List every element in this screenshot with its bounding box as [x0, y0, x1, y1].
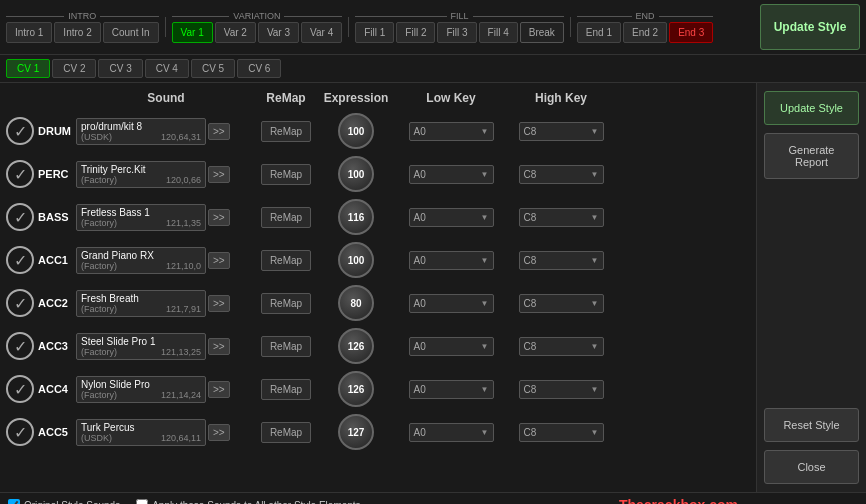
apply-sounds-label[interactable]: Apply these Sounds to All other Style El… — [136, 499, 360, 504]
expr-knob-4[interactable]: 80 — [338, 285, 374, 321]
end3-btn[interactable]: End 3 — [669, 22, 713, 43]
cv3-tab[interactable]: CV 3 — [98, 59, 142, 78]
remap-btn-6[interactable]: ReMap — [261, 379, 311, 400]
sound-box-2[interactable]: Fretless Bass 1(Factory)121,1,35 — [76, 204, 206, 231]
expr-col-1: 100 — [316, 156, 396, 192]
checkmark-perc[interactable]: ✓ — [6, 160, 34, 188]
checkmark-acc3[interactable]: ✓ — [6, 332, 34, 360]
checkmark-acc5[interactable]: ✓ — [6, 418, 34, 446]
sound-arrow-0[interactable]: >> — [208, 123, 230, 140]
cv5-tab[interactable]: CV 5 — [191, 59, 235, 78]
remap-btn-4[interactable]: ReMap — [261, 293, 311, 314]
intro1-btn[interactable]: Intro 1 — [6, 22, 52, 43]
lowkey-select-4[interactable]: A0▼ — [409, 294, 494, 313]
checkmark-acc2[interactable]: ✓ — [6, 289, 34, 317]
sound-arrow-4[interactable]: >> — [208, 295, 230, 312]
top-nav: INTRO Intro 1 Intro 2 Count In VARIATION… — [0, 0, 866, 55]
highkey-select-0[interactable]: C8▼ — [519, 122, 604, 141]
checkmark-bass[interactable]: ✓ — [6, 203, 34, 231]
var2-btn[interactable]: Var 2 — [215, 22, 256, 43]
countin-btn[interactable]: Count In — [103, 22, 159, 43]
var4-btn[interactable]: Var 4 — [301, 22, 342, 43]
expr-knob-6[interactable]: 126 — [338, 371, 374, 407]
remap-col-1: ReMap — [256, 164, 316, 185]
end1-btn[interactable]: End 1 — [577, 22, 621, 43]
sound-box-4[interactable]: Fresh Breath(Factory)121,7,91 — [76, 290, 206, 317]
highkey-col-4: C8▼ — [506, 294, 616, 313]
sound-box-1[interactable]: Trinity Perc.Kit(Factory)120,0,66 — [76, 161, 206, 188]
cv6-tab[interactable]: CV 6 — [237, 59, 281, 78]
lowkey-select-2[interactable]: A0▼ — [409, 208, 494, 227]
expression-header: Expression — [316, 91, 396, 105]
expr-knob-5[interactable]: 126 — [338, 328, 374, 364]
lowkey-select-5[interactable]: A0▼ — [409, 337, 494, 356]
apply-sounds-checkbox[interactable] — [136, 499, 148, 504]
end2-btn[interactable]: End 2 — [623, 22, 667, 43]
checkmark-drum[interactable]: ✓ — [6, 117, 34, 145]
lowkey-select-3[interactable]: A0▼ — [409, 251, 494, 270]
fill4-btn[interactable]: Fill 4 — [479, 22, 518, 43]
remap-col-7: ReMap — [256, 422, 316, 443]
lowkey-select-0[interactable]: A0▼ — [409, 122, 494, 141]
remap-btn-5[interactable]: ReMap — [261, 336, 311, 357]
remap-btn-1[interactable]: ReMap — [261, 164, 311, 185]
var1-btn[interactable]: Var 1 — [172, 22, 213, 43]
sound-box-7[interactable]: Turk Percus(USDK)120,64,11 — [76, 419, 206, 446]
intro2-btn[interactable]: Intro 2 — [54, 22, 100, 43]
sound-arrow-3[interactable]: >> — [208, 252, 230, 269]
break-btn[interactable]: Break — [520, 22, 564, 43]
reset-style-btn[interactable]: Reset Style — [764, 408, 859, 442]
sound-numbers-4: 121,7,91 — [166, 304, 201, 314]
apply-sounds-text: Apply these Sounds to All other Style El… — [152, 500, 360, 505]
remap-btn-7[interactable]: ReMap — [261, 422, 311, 443]
sound-arrow-2[interactable]: >> — [208, 209, 230, 226]
fill2-btn[interactable]: Fill 2 — [396, 22, 435, 43]
expr-knob-3[interactable]: 100 — [338, 242, 374, 278]
end-group: END End 1 End 2 End 3 — [577, 11, 713, 43]
fill1-btn[interactable]: Fill 1 — [355, 22, 394, 43]
inst-name-drum: DRUM — [38, 125, 71, 137]
instrument-list: ✓DRUMpro/drum/kit 8(USDK)120,64,31>>ReMa… — [4, 111, 752, 452]
update-style-top-btn[interactable]: Update Style — [760, 4, 860, 50]
sound-box-3[interactable]: Grand Piano RX(Factory)121,10,0 — [76, 247, 206, 274]
generate-report-btn[interactable]: Generate Report — [764, 133, 859, 179]
lowkey-select-1[interactable]: A0▼ — [409, 165, 494, 184]
expr-knob-2[interactable]: 116 — [338, 199, 374, 235]
cv2-tab[interactable]: CV 2 — [52, 59, 96, 78]
highkey-select-2[interactable]: C8▼ — [519, 208, 604, 227]
highkey-select-4[interactable]: C8▼ — [519, 294, 604, 313]
sound-box-6[interactable]: Nylon Slide Pro(Factory)121,14,24 — [76, 376, 206, 403]
highkey-select-7[interactable]: C8▼ — [519, 423, 604, 442]
sound-arrow-7[interactable]: >> — [208, 424, 230, 441]
checkmark-acc1[interactable]: ✓ — [6, 246, 34, 274]
fill3-btn[interactable]: Fill 3 — [437, 22, 476, 43]
original-sounds-label[interactable]: Original Style Sounds — [8, 499, 120, 504]
close-btn[interactable]: Close — [764, 450, 859, 484]
sound-arrow-5[interactable]: >> — [208, 338, 230, 355]
lowkey-select-6[interactable]: A0▼ — [409, 380, 494, 399]
sound-arrow-1[interactable]: >> — [208, 166, 230, 183]
expr-knob-1[interactable]: 100 — [338, 156, 374, 192]
remap-btn-3[interactable]: ReMap — [261, 250, 311, 271]
checkmark-acc4[interactable]: ✓ — [6, 375, 34, 403]
highkey-select-6[interactable]: C8▼ — [519, 380, 604, 399]
fill-label: FILL — [447, 11, 473, 21]
highkey-select-1[interactable]: C8▼ — [519, 165, 604, 184]
remap-btn-2[interactable]: ReMap — [261, 207, 311, 228]
cv1-tab[interactable]: CV 1 — [6, 59, 50, 78]
var3-btn[interactable]: Var 3 — [258, 22, 299, 43]
highkey-select-5[interactable]: C8▼ — [519, 337, 604, 356]
remap-btn-0[interactable]: ReMap — [261, 121, 311, 142]
lowkey-select-7[interactable]: A0▼ — [409, 423, 494, 442]
sound-box-5[interactable]: Steel Slide Pro 1(Factory)121,13,25 — [76, 333, 206, 360]
update-style-btn[interactable]: Update Style — [764, 91, 859, 125]
sound-meta-2: (Factory)121,1,35 — [81, 218, 201, 228]
cv4-tab[interactable]: CV 4 — [145, 59, 189, 78]
expr-knob-0[interactable]: 100 — [338, 113, 374, 149]
highkey-select-3[interactable]: C8▼ — [519, 251, 604, 270]
sound-meta-4: (Factory)121,7,91 — [81, 304, 201, 314]
sound-arrow-6[interactable]: >> — [208, 381, 230, 398]
sound-box-0[interactable]: pro/drum/kit 8(USDK)120,64,31 — [76, 118, 206, 145]
original-sounds-checkbox[interactable] — [8, 499, 20, 504]
expr-knob-7[interactable]: 127 — [338, 414, 374, 450]
